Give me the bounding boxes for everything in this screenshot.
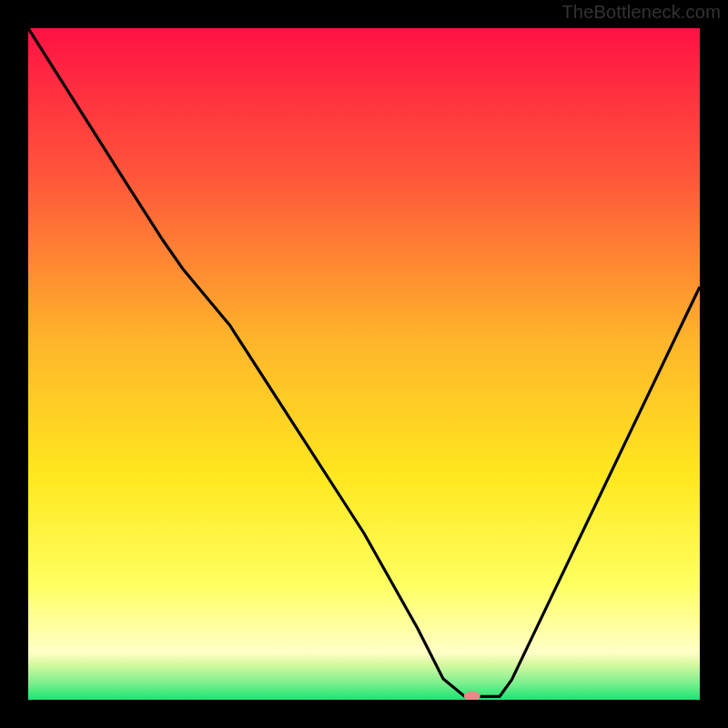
gradient-band-top <box>28 28 700 652</box>
chart-svg <box>28 28 700 700</box>
gradient-band-bottom <box>28 652 700 700</box>
watermark-text: TheBottleneck.com <box>561 2 721 23</box>
plot-area <box>28 28 700 700</box>
canvas: TheBottleneck.com <box>0 0 728 728</box>
